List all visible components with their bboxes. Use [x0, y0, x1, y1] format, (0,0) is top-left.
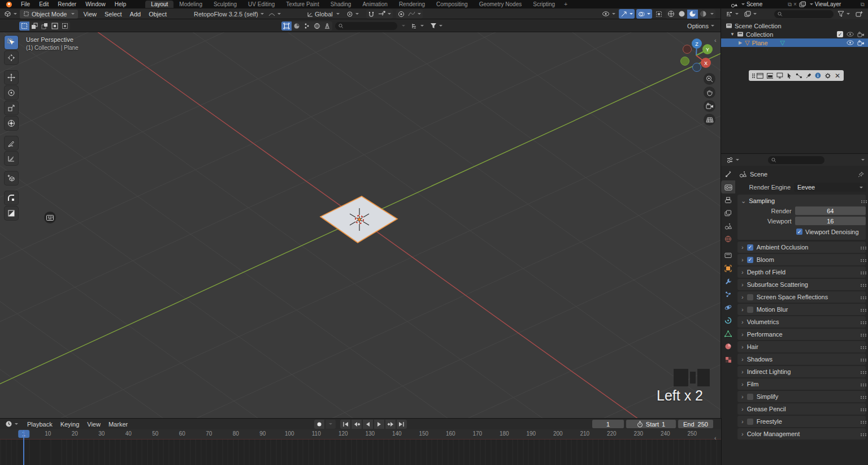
end-frame-field[interactable]: End 250 — [678, 420, 713, 428]
select-invert-button[interactable] — [50, 21, 60, 31]
tab-scene[interactable] — [721, 219, 735, 232]
tab-physics[interactable] — [721, 301, 735, 314]
properties-section[interactable]: Film — [737, 378, 866, 390]
properties-editor-type-dropdown[interactable] — [724, 155, 741, 165]
tool-search-input[interactable] — [346, 23, 394, 29]
drag-handle[interactable] — [861, 433, 862, 434]
drag-handle[interactable] — [861, 396, 862, 397]
play-button[interactable] — [374, 420, 384, 429]
show-overlays-toggle[interactable] — [636, 9, 652, 19]
disabled-dropdown[interactable] — [400, 21, 407, 31]
tab-object[interactable] — [721, 262, 735, 275]
shading-wireframe-button[interactable] — [666, 10, 676, 19]
pan-button[interactable] — [704, 87, 715, 98]
properties-section[interactable]: Shadows — [737, 354, 866, 365]
tab-view-layer[interactable] — [721, 206, 735, 219]
view-layer-copy-icon[interactable]: ⧉ — [861, 1, 865, 8]
select-set-button[interactable] — [19, 21, 29, 31]
menu-item[interactable]: File — [16, 1, 34, 7]
transform-orientation-dropdown[interactable]: Global — [305, 9, 341, 19]
scene-selector[interactable]: Scene ⧉ × — [731, 1, 797, 8]
drag-handle[interactable] — [861, 200, 862, 201]
properties-section[interactable]: Color Management — [737, 428, 866, 440]
tool-retopoflow-patch[interactable] — [5, 206, 18, 220]
jump-to-end-button[interactable] — [397, 420, 407, 429]
drag-handle[interactable] — [861, 321, 862, 322]
sidebar-collapse-arrow[interactable]: ‹ — [714, 37, 717, 44]
select-extend-button[interactable] — [29, 21, 40, 31]
hide-eye-icon[interactable] — [847, 32, 854, 37]
drag-handle[interactable] — [861, 296, 862, 298]
gear-icon[interactable] — [824, 72, 831, 79]
timeline-menu-item[interactable]: Marker — [105, 421, 132, 428]
add-workspace-button[interactable]: + — [561, 1, 571, 8]
disable-render-camera-icon[interactable] — [857, 40, 865, 46]
workspace-tab[interactable]: Modeling — [173, 1, 208, 8]
outliner-row-collection[interactable]: ▼ Collection — [721, 30, 868, 38]
viewport-menu-item[interactable]: Add — [126, 11, 145, 18]
tool-fallback-dropdown[interactable] — [267, 9, 283, 19]
select-subtract-button[interactable] — [40, 21, 50, 31]
falloff-dropdown[interactable] — [406, 10, 423, 19]
screencast-keys-button[interactable] — [44, 212, 56, 223]
drag-handle[interactable] — [861, 247, 862, 248]
disable-render-camera-icon[interactable] — [857, 32, 865, 37]
eyedropper-icon[interactable] — [806, 72, 812, 79]
shading-rendered-button[interactable] — [698, 10, 709, 19]
drag-handle[interactable] — [861, 384, 862, 385]
select-intersect-button[interactable] — [60, 21, 70, 31]
tool-rotate[interactable] — [5, 86, 18, 100]
properties-section[interactable]: Performance — [737, 329, 866, 340]
workspace-tab[interactable]: Animation — [357, 1, 393, 8]
next-keyframe-button[interactable] — [385, 420, 396, 429]
drag-handle[interactable] — [861, 408, 862, 410]
close-icon[interactable]: ✕ — [835, 72, 840, 80]
outliner-row-plane[interactable]: ▶ ▽ Plane ▽ — [721, 38, 868, 47]
properties-section[interactable]: Depth of Field — [737, 266, 866, 278]
viewport-menu-item[interactable]: View — [79, 11, 101, 18]
tab-particles[interactable] — [721, 288, 735, 301]
workspace-tab[interactable]: Geometry Nodes — [474, 1, 528, 8]
sampling-render-field[interactable]: 64 — [795, 206, 866, 215]
properties-section[interactable]: Motion Blur — [737, 304, 866, 315]
tab-render[interactable] — [721, 180, 735, 193]
properties-options-dropdown[interactable] — [861, 159, 865, 162]
drag-handle[interactable] — [861, 284, 862, 285]
record-button[interactable] — [314, 420, 324, 429]
filter-world-button[interactable] — [312, 21, 322, 31]
properties-section[interactable]: Screen Space Reflections — [737, 291, 866, 303]
tab-modifiers[interactable] — [721, 275, 735, 288]
workspace-tab[interactable]: Shading — [325, 1, 357, 8]
filter-brush-button[interactable] — [322, 21, 332, 31]
zoom-button[interactable] — [704, 73, 715, 85]
drag-handle[interactable] — [861, 259, 862, 260]
prev-keyframe-button[interactable] — [351, 420, 362, 429]
tool-select-box[interactable] — [5, 36, 18, 49]
playhead[interactable] — [23, 430, 24, 465]
show-gizmo-toggle[interactable] — [619, 9, 635, 19]
window-icon[interactable] — [757, 73, 763, 79]
section-checkbox[interactable] — [747, 419, 753, 425]
xray-toggle[interactable] — [654, 9, 664, 19]
properties-section[interactable]: Ambient Occlusion — [737, 242, 866, 253]
viewport-menu-item[interactable]: Select — [101, 11, 126, 18]
drag-grip-icon[interactable] — [752, 75, 753, 76]
tool-move[interactable] — [5, 71, 18, 84]
snap-toggle[interactable] — [366, 10, 376, 19]
proportional-edit-toggle[interactable] — [396, 10, 406, 19]
drag-handle[interactable] — [861, 272, 862, 273]
properties-section[interactable]: Hair — [737, 341, 866, 352]
tab-tool[interactable] — [721, 167, 735, 180]
expand-arrow-icon[interactable]: ▼ — [730, 32, 735, 37]
shading-material-button[interactable] — [687, 10, 698, 19]
properties-section[interactable]: Volumetrics — [737, 316, 866, 328]
scene-unlink-icon[interactable]: × — [793, 1, 797, 7]
timeline-track-area[interactable] — [0, 439, 721, 465]
display-mode-dropdown[interactable] — [410, 21, 426, 31]
tool-retopoflow-corner[interactable] — [5, 191, 18, 205]
hide-eye-icon[interactable] — [847, 40, 854, 45]
window-active-icon[interactable] — [767, 73, 774, 79]
section-checkbox[interactable] — [747, 394, 753, 400]
display-icon[interactable] — [776, 72, 783, 79]
tab-collection[interactable] — [721, 249, 735, 262]
